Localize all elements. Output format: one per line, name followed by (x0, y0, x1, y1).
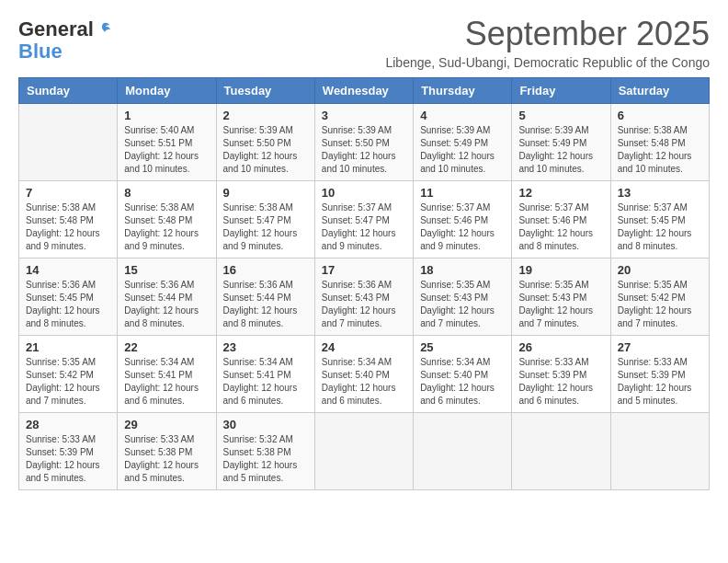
day-info: Sunrise: 5:39 AM Sunset: 5:50 PM Dayligh… (223, 124, 308, 176)
day-number: 16 (223, 263, 308, 277)
day-number: 26 (518, 340, 603, 354)
day-cell (19, 104, 118, 181)
day-number: 15 (124, 263, 209, 277)
day-cell: 11Sunrise: 5:37 AM Sunset: 5:46 PM Dayli… (414, 181, 512, 259)
day-info: Sunrise: 5:32 AM Sunset: 5:38 PM Dayligh… (223, 433, 308, 485)
day-cell (314, 413, 413, 490)
day-number: 18 (420, 263, 505, 277)
month-title: September 2025 (385, 15, 710, 53)
day-cell: 19Sunrise: 5:35 AM Sunset: 5:43 PM Dayli… (512, 259, 610, 336)
day-info: Sunrise: 5:34 AM Sunset: 5:40 PM Dayligh… (322, 356, 406, 408)
day-number: 13 (618, 186, 702, 200)
header-cell-sunday: Sunday (19, 78, 118, 104)
day-number: 19 (518, 263, 603, 277)
day-number: 25 (420, 340, 505, 354)
day-cell: 23Sunrise: 5:34 AM Sunset: 5:41 PM Dayli… (216, 336, 314, 413)
day-cell: 18Sunrise: 5:35 AM Sunset: 5:43 PM Dayli… (414, 259, 512, 336)
day-cell: 9Sunrise: 5:38 AM Sunset: 5:47 PM Daylig… (216, 181, 314, 259)
day-cell: 8Sunrise: 5:38 AM Sunset: 5:48 PM Daylig… (118, 181, 216, 259)
day-info: Sunrise: 5:35 AM Sunset: 5:43 PM Dayligh… (518, 279, 603, 330)
day-number: 20 (618, 263, 702, 277)
day-number: 24 (322, 340, 406, 354)
day-number: 27 (618, 340, 702, 354)
day-info: Sunrise: 5:34 AM Sunset: 5:40 PM Dayligh… (420, 356, 505, 408)
day-number: 9 (223, 186, 308, 200)
logo-text-line1: General (18, 18, 94, 40)
day-cell: 3Sunrise: 5:39 AM Sunset: 5:50 PM Daylig… (314, 104, 413, 181)
day-number: 5 (518, 109, 603, 122)
day-number: 4 (420, 109, 505, 122)
day-cell: 24Sunrise: 5:34 AM Sunset: 5:40 PM Dayli… (314, 336, 413, 413)
day-number: 3 (322, 109, 406, 122)
day-cell: 20Sunrise: 5:35 AM Sunset: 5:42 PM Dayli… (610, 259, 709, 336)
day-number: 8 (124, 186, 209, 200)
day-info: Sunrise: 5:35 AM Sunset: 5:42 PM Dayligh… (26, 356, 110, 408)
calendar-table: SundayMondayTuesdayWednesdayThursdayFrid… (18, 77, 710, 490)
header-cell-thursday: Thursday (414, 78, 512, 104)
day-cell: 25Sunrise: 5:34 AM Sunset: 5:40 PM Dayli… (414, 336, 512, 413)
day-cell: 1Sunrise: 5:40 AM Sunset: 5:51 PM Daylig… (118, 104, 216, 181)
header: General Blue September 2025 Libenge, Sud… (18, 15, 710, 70)
subtitle: Libenge, Sud-Ubangi, Democratic Republic… (385, 55, 710, 70)
day-info: Sunrise: 5:38 AM Sunset: 5:47 PM Dayligh… (223, 201, 308, 253)
day-info: Sunrise: 5:38 AM Sunset: 5:48 PM Dayligh… (124, 201, 209, 253)
day-info: Sunrise: 5:39 AM Sunset: 5:50 PM Dayligh… (322, 124, 406, 176)
week-row-5: 28Sunrise: 5:33 AM Sunset: 5:39 PM Dayli… (19, 413, 710, 490)
day-info: Sunrise: 5:36 AM Sunset: 5:43 PM Dayligh… (322, 279, 406, 330)
day-info: Sunrise: 5:39 AM Sunset: 5:49 PM Dayligh… (420, 124, 505, 176)
day-number: 12 (518, 186, 603, 200)
day-info: Sunrise: 5:33 AM Sunset: 5:39 PM Dayligh… (618, 356, 702, 408)
day-number: 10 (322, 186, 406, 200)
day-info: Sunrise: 5:33 AM Sunset: 5:39 PM Dayligh… (26, 433, 110, 485)
calendar-body: 1Sunrise: 5:40 AM Sunset: 5:51 PM Daylig… (19, 104, 710, 490)
header-cell-monday: Monday (118, 78, 216, 104)
day-info: Sunrise: 5:40 AM Sunset: 5:51 PM Dayligh… (124, 124, 209, 176)
day-cell (610, 413, 709, 490)
day-info: Sunrise: 5:38 AM Sunset: 5:48 PM Dayligh… (26, 201, 110, 253)
day-info: Sunrise: 5:33 AM Sunset: 5:39 PM Dayligh… (518, 356, 603, 408)
day-cell: 16Sunrise: 5:36 AM Sunset: 5:44 PM Dayli… (216, 259, 314, 336)
day-cell: 22Sunrise: 5:34 AM Sunset: 5:41 PM Dayli… (118, 336, 216, 413)
day-number: 30 (223, 418, 308, 431)
header-cell-wednesday: Wednesday (314, 78, 413, 104)
header-cell-tuesday: Tuesday (216, 78, 314, 104)
day-cell: 10Sunrise: 5:37 AM Sunset: 5:47 PM Dayli… (314, 181, 413, 259)
title-area: September 2025 Libenge, Sud-Ubangi, Demo… (385, 15, 710, 70)
day-info: Sunrise: 5:36 AM Sunset: 5:44 PM Dayligh… (124, 279, 209, 330)
header-row: SundayMondayTuesdayWednesdayThursdayFrid… (19, 78, 710, 104)
day-cell: 27Sunrise: 5:33 AM Sunset: 5:39 PM Dayli… (610, 336, 709, 413)
day-number: 2 (223, 109, 308, 122)
day-info: Sunrise: 5:37 AM Sunset: 5:46 PM Dayligh… (420, 201, 505, 253)
day-cell: 17Sunrise: 5:36 AM Sunset: 5:43 PM Dayli… (314, 259, 413, 336)
day-info: Sunrise: 5:35 AM Sunset: 5:42 PM Dayligh… (618, 279, 702, 330)
week-row-4: 21Sunrise: 5:35 AM Sunset: 5:42 PM Dayli… (19, 336, 710, 413)
day-info: Sunrise: 5:39 AM Sunset: 5:49 PM Dayligh… (518, 124, 603, 176)
day-cell: 15Sunrise: 5:36 AM Sunset: 5:44 PM Dayli… (118, 259, 216, 336)
day-info: Sunrise: 5:34 AM Sunset: 5:41 PM Dayligh… (223, 356, 308, 408)
week-row-3: 14Sunrise: 5:36 AM Sunset: 5:45 PM Dayli… (19, 259, 710, 336)
day-info: Sunrise: 5:38 AM Sunset: 5:48 PM Dayligh… (618, 124, 702, 176)
week-row-2: 7Sunrise: 5:38 AM Sunset: 5:48 PM Daylig… (19, 181, 710, 259)
day-cell: 14Sunrise: 5:36 AM Sunset: 5:45 PM Dayli… (19, 259, 118, 336)
day-info: Sunrise: 5:36 AM Sunset: 5:44 PM Dayligh… (223, 279, 308, 330)
day-number: 6 (618, 109, 702, 122)
day-number: 11 (420, 186, 505, 200)
day-cell: 12Sunrise: 5:37 AM Sunset: 5:46 PM Dayli… (512, 181, 610, 259)
day-cell: 30Sunrise: 5:32 AM Sunset: 5:38 PM Dayli… (216, 413, 314, 490)
day-cell: 2Sunrise: 5:39 AM Sunset: 5:50 PM Daylig… (216, 104, 314, 181)
header-cell-friday: Friday (512, 78, 610, 104)
day-cell: 26Sunrise: 5:33 AM Sunset: 5:39 PM Dayli… (512, 336, 610, 413)
day-info: Sunrise: 5:34 AM Sunset: 5:41 PM Dayligh… (124, 356, 209, 408)
day-cell: 7Sunrise: 5:38 AM Sunset: 5:48 PM Daylig… (19, 181, 118, 259)
header-cell-saturday: Saturday (610, 78, 709, 104)
day-info: Sunrise: 5:36 AM Sunset: 5:45 PM Dayligh… (26, 279, 110, 330)
day-number: 23 (223, 340, 308, 354)
day-number: 28 (26, 418, 110, 431)
week-row-1: 1Sunrise: 5:40 AM Sunset: 5:51 PM Daylig… (19, 104, 710, 181)
day-cell: 5Sunrise: 5:39 AM Sunset: 5:49 PM Daylig… (512, 104, 610, 181)
day-info: Sunrise: 5:37 AM Sunset: 5:45 PM Dayligh… (618, 201, 702, 253)
day-cell: 29Sunrise: 5:33 AM Sunset: 5:38 PM Dayli… (118, 413, 216, 490)
day-number: 14 (26, 263, 110, 277)
day-number: 21 (26, 340, 110, 354)
day-cell: 13Sunrise: 5:37 AM Sunset: 5:45 PM Dayli… (610, 181, 709, 259)
